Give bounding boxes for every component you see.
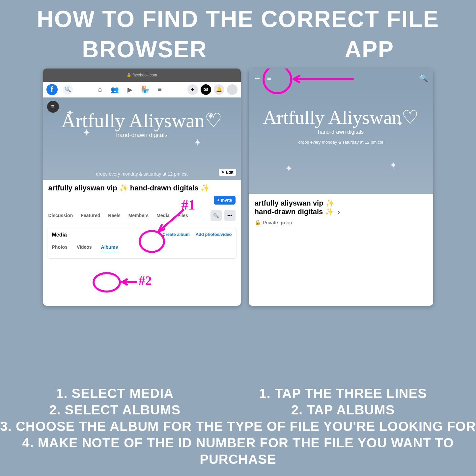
instr-b-1: 1. SELECT MEDIA	[49, 385, 181, 402]
invite-button[interactable]: + Invite	[214, 196, 235, 205]
lock-icon: 🔒	[255, 219, 261, 225]
annotation-circle-2	[93, 272, 121, 293]
annotation-label-2: #2	[139, 273, 152, 288]
facebook-top-bar: f 🔍 ⌂ 👥 ▶ 🏪 ≡ + ✉ 🔔	[43, 82, 241, 98]
annotation-arrow-2	[120, 278, 139, 288]
search-icon[interactable]: 🔍	[419, 74, 428, 83]
url-text: facebook.com	[132, 73, 157, 77]
marketplace-icon[interactable]: 🏪	[141, 86, 149, 94]
cover-tagline: hand-drawn digitals	[43, 132, 241, 139]
media-tab-photos[interactable]: Photos	[52, 244, 68, 252]
search-icon[interactable]: 🔍	[63, 85, 73, 95]
instructions-browser: 1. SELECT MEDIA 2. SELECT ALBUMS	[49, 385, 181, 418]
instr-a-1: 1. TAP THE THREE LINES	[259, 385, 427, 402]
home-icon[interactable]: ⌂	[98, 86, 102, 94]
more-tab-icon[interactable]: •••	[224, 210, 236, 221]
tab-members[interactable]: Members	[128, 213, 149, 218]
edit-button[interactable]: ✎ Edit	[219, 169, 236, 176]
chevron-right-icon: ›	[338, 208, 340, 215]
instructions: 1. SELECT MEDIA 2. SELECT ALBUMS 1. TAP …	[0, 385, 476, 467]
facebook-logo[interactable]: f	[46, 84, 58, 95]
app-screenshot: ← ≡ 🔍 ✦ ✦ ✦ ✦ Artfully Aliyswan♡ hand-dr…	[249, 69, 433, 306]
tab-files[interactable]: Files	[178, 213, 188, 218]
instr-shared-4: 4. MAKE NOTE OF THE ID NUMBER FOR THE FI…	[0, 434, 476, 467]
instr-shared-3: 3. CHOOSE THE ALBUM FOR THE TYPE OF FILE…	[0, 418, 476, 434]
media-card: + Create album Add photos/video Media Ph…	[47, 228, 237, 259]
tab-featured[interactable]: Featured	[81, 213, 100, 218]
tab-reels[interactable]: Reels	[108, 213, 120, 218]
browser-screenshot: 🔒 facebook.com f 🔍 ⌂ 👥 ▶ 🏪 ≡ + ✉ 🔔 ≡ ✦ ✦	[43, 69, 241, 306]
friends-icon[interactable]: 👥	[111, 86, 119, 94]
group-tabs: Discussion Featured Reels Members Media …	[43, 208, 241, 223]
tab-discussion[interactable]: Discussion	[48, 213, 73, 218]
cover-drops: drops every monday & saturday at 12 pm c…	[43, 171, 241, 177]
watch-icon[interactable]: ▶	[127, 86, 132, 94]
instructions-app: 1. TAP THE THREE LINES 2. TAP ALBUMS	[259, 385, 427, 418]
instr-a-2: 2. TAP ALBUMS	[259, 402, 427, 418]
instr-b-2: 2. SELECT ALBUMS	[49, 402, 181, 418]
group-cover: ≡ ✦ ✦ ✦ ✦ Artfully Aliyswan♡ hand-drawn …	[43, 98, 241, 180]
media-tab-videos[interactable]: Videos	[77, 244, 92, 252]
app-cover-drops: drops every monday & saturday at 12 pm c…	[249, 140, 433, 145]
group-privacy: 🔒 Private group	[255, 219, 427, 225]
app-group-info[interactable]: artfully aliyswan vip ✨ hand-drawn digit…	[249, 194, 433, 231]
page-title: HOW TO FIND THE CORRECT FILE	[0, 6, 476, 32]
app-group-cover: ✦ ✦ ✦ ✦ Artfully Aliyswan♡ hand-drawn di…	[249, 88, 433, 194]
back-icon[interactable]: ←	[254, 74, 261, 83]
add-photos-button[interactable]: Add photos/video	[196, 232, 232, 237]
profile-icon[interactable]	[227, 84, 238, 95]
group-title: artfully aliyswan vip ✨ hand-drawn digit…	[48, 184, 236, 192]
notifications-icon[interactable]: 🔔	[214, 84, 224, 95]
app-cover-tagline: hand-drawn digitals	[249, 129, 433, 135]
app-group-title-l2: hand-drawn digitals ✨	[255, 208, 334, 216]
column-label-app: APP	[345, 36, 394, 63]
group-menu-icon[interactable]: ≡	[47, 101, 59, 113]
hamburger-icon[interactable]: ≡	[267, 74, 271, 83]
messenger-icon[interactable]: ✉	[201, 84, 211, 95]
plus-icon[interactable]: +	[187, 84, 198, 95]
media-tab-albums[interactable]: Albums	[101, 244, 118, 252]
app-top-bar: ← ≡ 🔍	[249, 69, 433, 88]
app-group-title-l1: artfully aliyswan vip ✨	[255, 199, 334, 207]
tab-media[interactable]: Media	[156, 213, 170, 218]
search-tab-icon[interactable]: 🔍	[210, 210, 222, 221]
browser-url-bar: 🔒 facebook.com	[43, 69, 241, 82]
column-label-browser: BROWSER	[82, 36, 207, 63]
facebook-nav: ⌂ 👥 ▶ 🏪 ≡	[78, 86, 182, 94]
menu-icon[interactable]: ≡	[158, 86, 162, 94]
create-album-button[interactable]: + Create album	[159, 232, 190, 237]
